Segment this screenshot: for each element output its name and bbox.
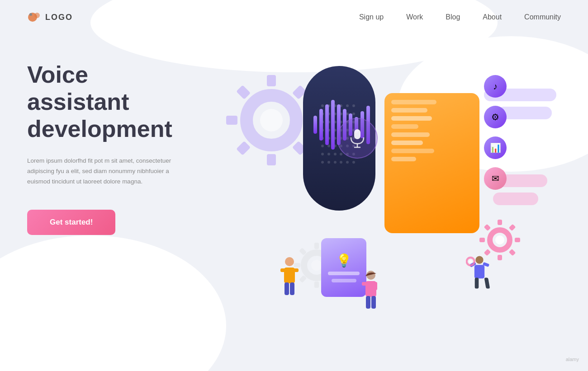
nav-link-signup[interactable]: Sign up	[359, 13, 384, 21]
svg-rect-15	[314, 243, 319, 249]
idea-line-1	[328, 272, 360, 275]
mail-icon-circle: ✉	[484, 167, 507, 190]
svg-point-48	[475, 256, 483, 264]
svg-point-27	[495, 235, 504, 244]
svg-rect-34	[484, 224, 491, 231]
svg-rect-10	[236, 141, 251, 155]
svg-rect-54	[475, 278, 479, 289]
person-left	[276, 256, 303, 306]
svg-rect-5	[267, 75, 276, 86]
svg-rect-31	[515, 238, 520, 242]
nav-link-work[interactable]: Work	[406, 13, 423, 21]
nav-item-blog[interactable]: Blog	[446, 13, 460, 21]
svg-rect-55	[484, 278, 490, 289]
music-icon-circle: ♪	[484, 75, 507, 98]
headline: Voice assistant development	[27, 61, 217, 142]
idea-line-2	[332, 279, 356, 282]
logo-icon	[27, 10, 42, 24]
tablet-device	[384, 93, 479, 233]
svg-point-53	[469, 260, 472, 263]
person-right	[466, 252, 493, 301]
svg-rect-44	[362, 282, 368, 286]
mic-circle	[337, 118, 378, 159]
navbar: LOGO Sign up Work Blog About Community	[0, 0, 588, 34]
nav-link-community[interactable]: Community	[524, 13, 561, 21]
svg-rect-30	[479, 238, 485, 242]
cta-button[interactable]: Get started!	[27, 210, 115, 235]
svg-rect-47	[371, 296, 376, 309]
nav-item-about[interactable]: About	[483, 13, 502, 21]
svg-point-4	[260, 109, 283, 131]
svg-rect-6	[267, 154, 276, 165]
svg-rect-45	[374, 282, 377, 290]
nav-links: Sign up Work Blog About Community	[359, 13, 561, 21]
nav-item-work[interactable]: Work	[406, 13, 423, 21]
main-content: Voice assistant development Lorem ipsum …	[0, 34, 588, 369]
svg-rect-39	[292, 268, 299, 272]
svg-rect-35	[509, 249, 516, 256]
logo-text: LOGO	[45, 13, 73, 22]
svg-rect-38	[280, 268, 287, 272]
description: Lorem ipsum dolorfhd fit pot m sit amet,…	[27, 156, 176, 187]
svg-point-14	[311, 260, 322, 271]
pink-pill-2	[493, 193, 538, 205]
svg-rect-23	[354, 129, 360, 139]
svg-rect-32	[509, 224, 516, 231]
svg-rect-40	[285, 282, 289, 295]
svg-rect-7	[226, 116, 237, 125]
mic-icon	[349, 128, 365, 148]
svg-rect-49	[474, 265, 484, 278]
chart-icon-circle: 📊	[484, 136, 507, 159]
float-icons: ♪ ⚙ 📊 ✉	[484, 75, 507, 190]
nav-item-signup[interactable]: Sign up	[359, 13, 384, 21]
left-side: Voice assistant development Lorem ipsum …	[27, 48, 217, 369]
svg-point-36	[285, 257, 294, 266]
right-side: // Will be generated below ♪ ⚙	[217, 48, 561, 369]
svg-rect-28	[498, 220, 502, 225]
lightbulb-icon: 💡	[336, 253, 352, 268]
svg-point-1	[34, 13, 40, 18]
svg-rect-41	[290, 282, 294, 295]
svg-rect-29	[498, 255, 502, 260]
logo-area: LOGO	[27, 10, 73, 24]
svg-rect-46	[366, 296, 370, 309]
svg-rect-16	[314, 282, 319, 288]
watermark: alamy	[566, 357, 579, 362]
svg-point-2	[29, 13, 32, 16]
nav-link-blog[interactable]: Blog	[446, 13, 460, 21]
nav-link-about[interactable]: About	[483, 13, 502, 21]
settings-icon-circle: ⚙	[484, 106, 507, 128]
person-middle	[357, 270, 384, 319]
nav-item-community[interactable]: Community	[524, 13, 561, 21]
svg-rect-11	[236, 85, 251, 99]
